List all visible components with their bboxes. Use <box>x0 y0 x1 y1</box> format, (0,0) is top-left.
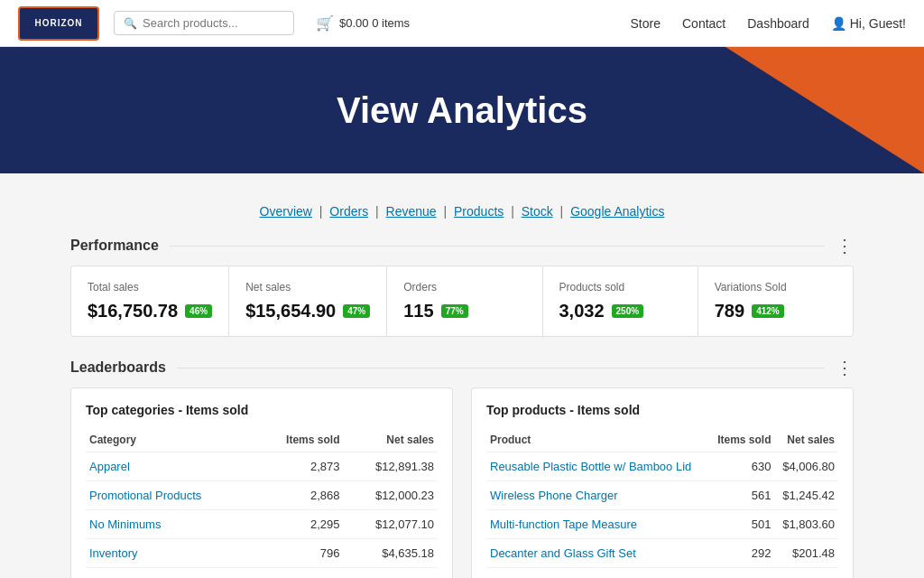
items-sold-val: 2,295 <box>256 510 343 539</box>
product-name: Reusable Plastic Bottle w/ Bamboo Lid <box>486 452 709 481</box>
table-row: Wireless Phone Charger 561 $1,245.42 <box>486 481 838 510</box>
table-row: No Minimums 2,295 $12,077.10 <box>86 510 438 539</box>
site-header: HORIZON 🔍 🛒 $0.00 0 items Store Contact … <box>0 0 924 47</box>
cart-icon: 🛒 <box>316 14 334 32</box>
table-row: Reusable Plastic Bottle w/ Bamboo Lid 63… <box>486 452 838 481</box>
perf-label-net-sales: Net sales <box>245 281 370 294</box>
net-sales-val: $12,000.23 <box>343 481 438 510</box>
items-sold-val: 630 <box>709 452 774 481</box>
performance-more-button[interactable]: ⋮ <box>836 237 854 255</box>
perf-label-products-sold: Products sold <box>559 281 681 294</box>
logo-area: HORIZON <box>18 6 99 41</box>
perf-value-orders: 115 <box>403 301 433 322</box>
logo-text: HORIZON <box>34 18 82 28</box>
perf-value-variations-sold: 789 <box>715 301 744 322</box>
perf-value-net-sales: $15,654.90 <box>245 301 336 322</box>
perf-badge-orders: 77% <box>441 304 468 318</box>
top-products-table: Product Items sold Net sales Reusable Pl… <box>486 428 838 568</box>
perf-card-orders: Orders 115 77% <box>387 266 542 336</box>
leaderboards-section-header: Leaderboards ⋮ <box>70 359 854 377</box>
header-nav: Store Contact Dashboard 👤 Hi, Guest! <box>631 16 906 31</box>
nav-stock[interactable]: Stock <box>522 204 553 219</box>
net-sales-val: $4,006.80 <box>775 452 838 481</box>
perf-badge-variations-sold: 412% <box>752 304 784 318</box>
section-divider <box>170 246 825 247</box>
search-input[interactable] <box>143 16 284 30</box>
nav-revenue[interactable]: Revenue <box>386 204 437 219</box>
category-name: Promotional Products <box>86 481 256 510</box>
category-name: Inventory <box>86 539 256 568</box>
perf-card-products-sold: Products sold 3,032 250% <box>543 266 698 336</box>
col-category: Category <box>86 428 256 452</box>
top-categories-title: Top categories - Items sold <box>86 403 438 417</box>
category-name: Apparel <box>86 452 256 481</box>
perf-value-total-sales: $16,750.78 <box>88 301 178 322</box>
items-sold-val: 2,868 <box>256 481 343 510</box>
user-icon: 👤 <box>831 16 846 31</box>
product-name: Wireless Phone Charger <box>486 481 709 510</box>
leaderboards-divider <box>177 368 825 368</box>
nav-products[interactable]: Products <box>454 204 504 219</box>
net-sales-val: $12,891.38 <box>343 452 438 481</box>
user-area[interactable]: 👤 Hi, Guest! <box>831 16 906 31</box>
hero-triangle <box>725 47 924 173</box>
category-name: No Minimums <box>86 510 256 539</box>
perf-value-products-sold: 3,032 <box>559 301 605 322</box>
top-categories-table: Category Items sold Net sales Apparel 2,… <box>86 428 438 568</box>
net-sales-val: $4,635.18 <box>343 539 438 568</box>
table-row: Inventory 796 $4,635.18 <box>86 539 438 568</box>
leaderboards-more-button[interactable]: ⋮ <box>836 359 854 377</box>
hero-section: View Analytics <box>0 47 924 173</box>
leaderboards-row: Top categories - Items sold Category Ite… <box>70 387 854 578</box>
analytics-nav: Overview | Orders | Revenue | Products |… <box>70 191 854 228</box>
cart-info: $0.00 0 items <box>339 16 410 30</box>
hero-title: View Analytics <box>337 90 587 131</box>
net-sales-val: $12,077.10 <box>343 510 438 539</box>
top-categories-card: Top categories - Items sold Category Ite… <box>70 387 453 578</box>
user-label: Hi, Guest! <box>850 16 906 31</box>
items-sold-val: 2,873 <box>256 452 343 481</box>
table-row: Decanter and Glass Gift Set 292 $201.48 <box>486 539 838 568</box>
col-items-sold: Items sold <box>709 428 774 452</box>
perf-label-variations-sold: Variations Sold <box>715 281 836 294</box>
table-row: Apparel 2,873 $12,891.38 <box>86 452 438 481</box>
net-sales-val: $201.48 <box>775 539 838 568</box>
col-items-sold: Items sold <box>256 428 343 452</box>
nav-orders[interactable]: Orders <box>329 204 368 219</box>
table-row: Multi-function Tape Measure 501 $1,803.6… <box>486 510 838 539</box>
leaderboards-title: Leaderboards <box>70 359 166 376</box>
net-sales-val: $1,803.60 <box>775 510 838 539</box>
perf-card-net-sales: Net sales $15,654.90 47% <box>229 266 387 336</box>
perf-badge-total-sales: 46% <box>185 304 212 318</box>
perf-card-variations-sold: Variations Sold 789 412% <box>698 266 853 336</box>
col-net-sales: Net sales <box>343 428 438 452</box>
dashboard-link[interactable]: Dashboard <box>747 16 809 31</box>
net-sales-val: $1,245.42 <box>775 481 838 510</box>
main-content: Overview | Orders | Revenue | Products |… <box>56 173 868 578</box>
perf-label-total-sales: Total sales <box>88 281 212 294</box>
items-sold-val: 796 <box>256 539 343 568</box>
nav-overview[interactable]: Overview <box>260 204 312 219</box>
store-link[interactable]: Store <box>631 16 661 31</box>
search-box[interactable]: 🔍 <box>114 11 294 35</box>
top-products-card: Top products - Items sold Product Items … <box>471 387 854 578</box>
performance-title: Performance <box>70 238 159 254</box>
product-name: Multi-function Tape Measure <box>486 510 709 539</box>
perf-badge-net-sales: 47% <box>343 304 370 318</box>
top-products-title: Top products - Items sold <box>486 403 838 417</box>
perf-label-orders: Orders <box>403 281 525 294</box>
contact-link[interactable]: Contact <box>682 16 725 31</box>
performance-cards: Total sales $16,750.78 46% Net sales $15… <box>70 266 854 337</box>
items-sold-val: 292 <box>709 539 774 568</box>
nav-google-analytics[interactable]: Google Analytics <box>570 204 664 219</box>
items-sold-val: 561 <box>709 481 774 510</box>
perf-card-total-sales: Total sales $16,750.78 46% <box>71 266 229 336</box>
cart-area[interactable]: 🛒 $0.00 0 items <box>316 14 410 32</box>
col-net-sales: Net sales <box>775 428 838 452</box>
product-name: Decanter and Glass Gift Set <box>486 539 709 568</box>
table-row: Promotional Products 2,868 $12,000.23 <box>86 481 438 510</box>
search-icon: 🔍 <box>124 17 137 30</box>
col-product: Product <box>486 428 709 452</box>
performance-section-header: Performance ⋮ <box>70 237 854 255</box>
items-sold-val: 501 <box>709 510 774 539</box>
